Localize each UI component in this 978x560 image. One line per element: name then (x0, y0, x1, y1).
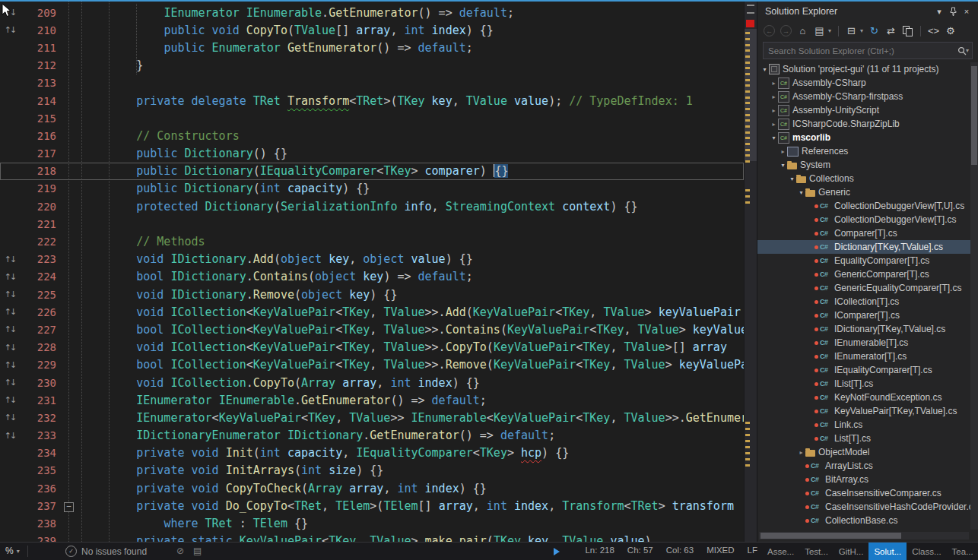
tree-item[interactable]: C#ICollection[T].cs (757, 295, 970, 308)
tree-item[interactable]: C#BitArray.cs (757, 473, 970, 486)
back-button[interactable]: ← (764, 25, 775, 36)
override-indicator-icon[interactable]: ↑↓ (0, 255, 20, 264)
code-line[interactable]: 214 private delegate TRet Transform<TRet… (0, 92, 744, 109)
code-line[interactable]: ↑↓232 IEnumerator<KeyValuePair<TKey, TVa… (0, 409, 744, 426)
tree-item[interactable]: ▾C#mscorlib (757, 131, 970, 144)
switch-views-button[interactable]: ▤ (814, 25, 825, 37)
tree-item[interactable]: C#Link.cs (757, 418, 970, 432)
override-indicator-icon[interactable]: ↑↓ (0, 272, 20, 282)
chevron-expanded-icon[interactable]: ▾ (788, 176, 796, 182)
code-line[interactable]: ↑↓227 bool ICollection<KeyValuePair<TKey… (0, 321, 744, 338)
tool-window-tab[interactable]: Asse... (762, 543, 799, 560)
code-line[interactable]: 234 private void Init(int capacity, IEqu… (0, 445, 744, 462)
code-line[interactable]: ↑↓229 bool ICollection<KeyValuePair<TKey… (0, 356, 744, 374)
chevron-collapsed-icon[interactable]: ▸ (797, 449, 805, 456)
chevron-collapsed-icon[interactable]: ▸ (770, 121, 778, 128)
override-indicator-icon[interactable]: ↑↓ (0, 324, 20, 334)
clear-issues-icon[interactable]: ⊘ (176, 546, 184, 556)
tree-item[interactable]: ▾Collections (757, 172, 970, 185)
dropdown-caret-icon[interactable]: ▾ (860, 27, 863, 34)
properties-button[interactable]: ⚙ (945, 25, 956, 37)
tree-scrollbar-thumb[interactable] (971, 66, 977, 165)
tool-window-tab[interactable]: Test... (799, 543, 834, 560)
close-icon[interactable]: × (960, 5, 973, 17)
issues-filter-icon[interactable]: ▤ (193, 546, 202, 556)
tree-item[interactable]: C#IEnumerable[T].cs (757, 336, 970, 350)
issues-indicator[interactable]: ✓ No issues found (65, 546, 147, 557)
tree-item[interactable]: C#IComparer[T].cs (757, 308, 970, 322)
override-indicator-icon[interactable]: ↑↓ (0, 307, 20, 317)
search-options-caret-icon[interactable]: ▾ (966, 47, 969, 54)
outline-collapse-button[interactable]: − (64, 502, 74, 512)
code-line[interactable]: 239 private static KeyValuePair<TKey, TV… (0, 533, 744, 542)
code-line[interactable]: ↑↓224 bool IDictionary.Contains(object k… (0, 268, 744, 286)
tree-item[interactable]: C#CollectionBase.cs (757, 514, 970, 527)
code-line[interactable]: 219 public Dictionary(int capacity) {} (0, 180, 744, 198)
tree-item[interactable]: ▸C#Assembly-CSharp (757, 76, 970, 90)
code-line[interactable]: ↑↓230 void ICollection.CopyTo(Array arra… (0, 374, 744, 391)
chevron-expanded-icon[interactable]: ▾ (797, 189, 805, 196)
code-line[interactable]: 213 (0, 74, 744, 92)
play-icon[interactable] (554, 548, 560, 555)
chevron-expanded-icon[interactable]: ▾ (779, 162, 787, 169)
code-line[interactable]: ↑↓231 IEnumerator IEnumerable.GetEnumera… (0, 391, 744, 409)
code-line[interactable]: ↑↓210 public void CopyTo(TValue[] array,… (0, 21, 744, 39)
search-box[interactable]: ▾ (763, 42, 973, 59)
code-line[interactable]: 236 private void CopyToCheck(Array array… (0, 479, 744, 497)
tree-item[interactable]: C#CaseInsensitiveHashCodeProvider.cs (757, 500, 970, 514)
override-indicator-icon[interactable]: ↑↓ (0, 25, 20, 35)
encoding-indicator[interactable]: MIXED (707, 546, 734, 555)
tree-item[interactable]: C#GenericEqualityComparer[T].cs (757, 281, 970, 295)
search-input[interactable] (764, 46, 956, 55)
code-line[interactable]: ↑↓233 IDictionaryEnumerator IDictionary.… (0, 427, 744, 445)
override-indicator-icon[interactable]: ↑↓ (0, 431, 20, 441)
code-line[interactable]: 221 (0, 215, 744, 233)
code-line[interactable]: 218 public Dictionary(IEqualityComparer<… (0, 163, 744, 180)
chevron-collapsed-icon[interactable]: ▸ (770, 107, 778, 114)
tree-item[interactable]: C#KeyNotFoundException.cs (757, 391, 970, 404)
code-line[interactable]: ↑↓226 void ICollection<KeyValuePair<TKey… (0, 303, 744, 321)
tree-item[interactable]: C#List[T].cs (757, 432, 970, 445)
editor-scrollbar[interactable] (744, 2, 757, 542)
tree-item[interactable]: C#Comparer[T].cs (757, 226, 970, 240)
code-line[interactable]: 215 (0, 109, 744, 127)
tree-item[interactable]: ▾System (757, 158, 970, 172)
tree-item[interactable]: C#CaseInsensitiveComparer.cs (757, 486, 970, 500)
home-button[interactable]: ⌂ (797, 25, 808, 37)
override-indicator-icon[interactable]: ↑↓ (0, 395, 20, 405)
tree-item[interactable]: C#Dictionary[TKey,TValue].cs (757, 240, 970, 254)
refresh-button[interactable]: ↻ (868, 25, 880, 37)
override-indicator-icon[interactable]: ↑↓ (0, 413, 20, 422)
tool-window-tab[interactable]: Solut... (868, 543, 907, 560)
forward-button[interactable]: → (780, 25, 792, 36)
tree-scrollbar-vertical[interactable] (970, 62, 978, 530)
tree-item[interactable]: ▾Generic (757, 185, 970, 199)
editor[interactable]: ↑↓209 IEnumerator IEnumerable.GetEnumera… (0, 2, 744, 542)
code-line[interactable]: ↑↓209 IEnumerator IEnumerable.GetEnumera… (0, 4, 744, 21)
eol-indicator[interactable]: LF (748, 546, 757, 555)
tree-item[interactable]: ▸C#Assembly-CSharp-firstpass (757, 90, 970, 103)
tree-item[interactable]: C#KeyValuePair[TKey,TValue].cs (757, 404, 970, 418)
tree-item[interactable]: ▾Solution 'project-gui' (11 of 11 projec… (757, 62, 970, 76)
code-line[interactable]: 212 } (0, 57, 744, 74)
code-line[interactable]: 235 private void InitArrays(int size) {} (0, 462, 744, 479)
override-indicator-icon[interactable]: ↑↓ (0, 289, 20, 299)
tree-item[interactable]: ▸ObjectModel (757, 445, 970, 459)
tool-window-tab[interactable]: GitH... (834, 543, 869, 560)
tool-window-tab[interactable]: Class... (907, 543, 946, 560)
pin-icon[interactable] (946, 5, 960, 17)
split-editor-handle-icon[interactable] (747, 5, 754, 14)
tree-item[interactable]: C#ArrayList.cs (757, 459, 970, 473)
sync-with-active-document-button[interactable]: ⇄ (885, 25, 897, 37)
chevron-collapsed-icon[interactable]: ▸ (770, 93, 778, 100)
code-line[interactable]: 217 public Dictionary() {} (0, 145, 744, 163)
tree-hscrollbar-thumb[interactable] (760, 533, 901, 539)
tree-item[interactable]: ▸References (757, 144, 970, 158)
chevron-collapsed-icon[interactable]: ▸ (779, 148, 787, 155)
tree-item[interactable]: ▸C#ICSharpCode.SharpZipLib (757, 117, 970, 131)
tool-window-tab[interactable]: Tea... (947, 543, 978, 560)
code-line[interactable]: 237 private void Do_CopyTo<TRet, TElem>(… (0, 497, 744, 514)
tree-item[interactable]: ▸C#Assembly-UnityScript (757, 103, 970, 117)
tree-item[interactable]: C#IEnumerator[T].cs (757, 350, 970, 363)
code-line[interactable]: 220 protected Dictionary(SerializationIn… (0, 198, 744, 215)
